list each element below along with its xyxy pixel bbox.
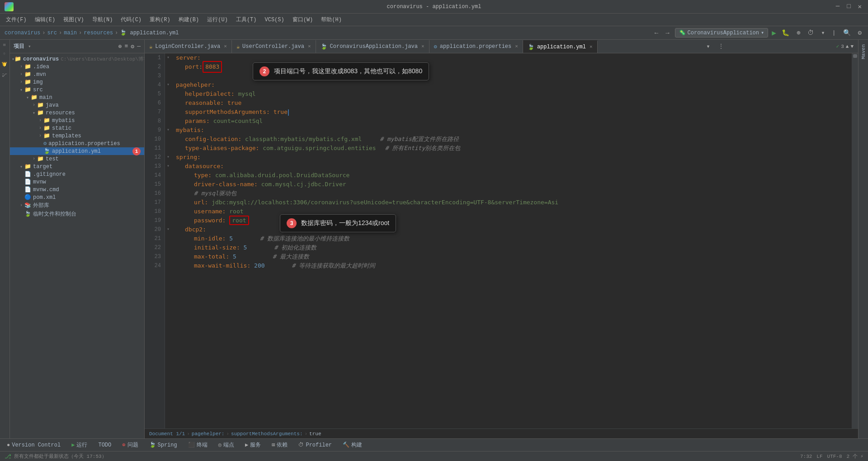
code-password: password: root — [194, 216, 249, 225]
menu-build[interactable]: 构建(B) — [175, 15, 203, 24]
tabs-more[interactable]: ⋮ — [716, 43, 726, 50]
menu-refactor[interactable]: 重构(R) — [146, 15, 174, 24]
menu-vcs[interactable]: VCS(S) — [261, 16, 288, 24]
forward-button[interactable]: → — [664, 28, 671, 38]
tab-app-yml[interactable]: 🍃 application.yml × — [523, 40, 598, 53]
breadcrumb-coronavirus[interactable]: coronavirus — [5, 30, 40, 36]
tab-coronavirus-app[interactable]: 🍃 CoronavirusApplication.java × — [316, 40, 429, 53]
menu-code[interactable]: 代码(C) — [117, 15, 145, 24]
bookmarks-icon[interactable]: ☆ — [2, 52, 7, 56]
settings-button[interactable]: ⚙ — [856, 28, 863, 38]
tab-aprop-close[interactable]: × — [515, 44, 518, 49]
tab-services[interactable]: ▶ 服务 — [241, 439, 265, 451]
tab-login-close[interactable]: × — [224, 44, 227, 49]
tree-mvnw[interactable]: › 📄 mvnw — [10, 178, 144, 186]
notifications-icon[interactable]: 🔔 — [2, 62, 7, 67]
tab-todo[interactable]: TODO — [94, 439, 116, 451]
tree-temp-files[interactable]: › 🍃 临时文件和控制台 — [10, 210, 144, 218]
status-lf[interactable]: LF — [816, 454, 822, 459]
tree-resources[interactable]: ▾ 📁 resources — [10, 109, 144, 117]
status-encoding[interactable]: UTF-8 — [827, 454, 842, 459]
tree-idea[interactable]: › 📁 .idea — [10, 63, 144, 71]
tree-templates[interactable]: › 📁 templates — [10, 132, 144, 140]
tab-problems[interactable]: ⊕ 问题 — [118, 439, 142, 451]
tree-pom[interactable]: › 🔵 pom.xml — [10, 193, 144, 201]
breadcrumb-file[interactable]: 🍃 application.yml — [120, 29, 179, 36]
tree-external-libs[interactable]: › 📚 外部库 — [10, 201, 144, 210]
tree-test[interactable]: › 📁 test — [10, 155, 144, 163]
fold-20[interactable]: ▾ — [165, 225, 171, 234]
sidebar-settings-icon[interactable]: ⚙ — [131, 43, 134, 50]
git-icon[interactable]: ⎇ — [2, 73, 7, 78]
menu-navigate[interactable]: 导航(N) — [89, 15, 117, 24]
tab-user-close[interactable]: × — [308, 44, 311, 49]
tree-root[interactable]: ▾ 📁 coronavirus C:\Users\Eastward\Deskto… — [10, 55, 144, 63]
collapse-all-icon[interactable]: ≡ — [125, 43, 128, 50]
code-line-14: type: com.alibaba.druid.pool.DruidDataSo… — [176, 171, 847, 180]
maximize-button[interactable]: □ — [845, 3, 852, 10]
search-button[interactable]: 🔍 — [841, 28, 853, 38]
tab-ayml-close[interactable]: × — [590, 44, 593, 50]
tabs-dropdown[interactable]: ▾ — [703, 42, 713, 50]
fold-13[interactable]: ▾ — [165, 162, 171, 171]
profile-button[interactable]: ⏱ — [806, 28, 816, 38]
tab-run[interactable]: ▶ 运行 — [67, 439, 92, 451]
fold-12[interactable]: ▾ — [165, 153, 171, 162]
back-button[interactable]: ← — [653, 28, 660, 38]
tab-login-controller[interactable]: ☕ LoginController.java × — [145, 40, 232, 53]
tree-img[interactable]: › 📁 img — [10, 78, 144, 86]
tab-profiler[interactable]: ⏱ Profiler — [294, 439, 336, 451]
scrollbar-thumb[interactable] — [853, 54, 857, 58]
maven-panel-label[interactable]: Maven — [861, 44, 866, 59]
menu-edit[interactable]: 编辑(E) — [31, 15, 59, 24]
debug-button[interactable]: 🐛 — [780, 28, 791, 38]
breadcrumb-resources[interactable]: resources — [84, 30, 113, 36]
menu-run[interactable]: 运行(U) — [203, 15, 231, 24]
tree-app-yml[interactable]: › 🍃 application.yml 1 — [10, 147, 144, 155]
tab-capp-close[interactable]: × — [421, 44, 425, 49]
tab-version-control[interactable]: ● Version Control — [2, 439, 65, 451]
maven-panel[interactable]: Maven — [858, 40, 868, 438]
tree-mvnw-cmd[interactable]: › 📄 mvnw.cmd — [10, 186, 144, 193]
error-nav-down[interactable]: ▼ — [850, 44, 854, 49]
close-button[interactable]: ✕ — [856, 3, 863, 10]
run-button[interactable]: ▶ — [772, 28, 776, 38]
error-nav-up[interactable]: ▲ — [846, 44, 849, 49]
tab-app-properties[interactable]: ⚙ application.properties × — [429, 40, 523, 53]
structure-panel-icon[interactable]: ≡ — [2, 43, 7, 46]
tree-mvn[interactable]: › 📁 .mvn — [10, 71, 144, 78]
tree-java[interactable]: › 📁 java — [10, 101, 144, 109]
close-sidebar-icon[interactable]: — — [137, 43, 141, 50]
tree-main[interactable]: ▾ 📁 main — [10, 94, 144, 101]
coverage-button[interactable]: ⊕ — [795, 28, 802, 38]
fold-1[interactable]: ▾ — [165, 53, 171, 62]
tree-gitignore[interactable]: › 📄 .gitignore — [10, 170, 144, 178]
menu-window[interactable]: 窗口(W) — [289, 15, 317, 24]
tree-mybatis[interactable]: › 📁 mybatis — [10, 117, 144, 124]
tab-user-controller[interactable]: ☕ UserController.java × — [232, 40, 316, 53]
tree-target[interactable]: ▾ 📁 target — [10, 163, 144, 170]
tab-spring[interactable]: 🍃 Spring — [145, 439, 182, 451]
fold-9[interactable]: ▾ — [165, 126, 171, 135]
sidebar-dropdown-icon[interactable]: ▾ — [28, 43, 31, 49]
menu-file[interactable]: 文件(F) — [2, 15, 30, 24]
run-config-selector[interactable]: 🦠 CoronavirusApplication ▾ — [675, 28, 769, 38]
tree-app-properties[interactable]: › ⚙ application.properties — [10, 140, 144, 147]
code-editor[interactable]: server: port: 8083 pagehelper: helperDia… — [171, 53, 852, 428]
locate-file-icon[interactable]: ⊕ — [118, 43, 122, 50]
minimize-button[interactable]: ─ — [834, 3, 841, 10]
tab-endpoints[interactable]: ◎ 端点 — [214, 439, 239, 451]
fold-4[interactable]: ▾ — [165, 80, 171, 89]
tree-static[interactable]: › 📁 static — [10, 124, 144, 132]
breadcrumb-main[interactable]: main — [64, 30, 77, 36]
tab-dependencies[interactable]: ⊞ 依赖 — [267, 439, 292, 451]
menu-help[interactable]: 帮助(H) — [317, 15, 345, 24]
tree-src[interactable]: ▾ 📁 src — [10, 86, 144, 94]
tab-build[interactable]: 🔨 构建 — [338, 439, 367, 451]
menu-tools[interactable]: 工具(T) — [232, 15, 260, 24]
menu-view[interactable]: 视图(V) — [60, 15, 88, 24]
more-run-options[interactable]: ▾ — [819, 28, 826, 38]
status-position[interactable]: 7:32 — [800, 454, 812, 459]
tab-terminal[interactable]: ⬛ 终端 — [184, 439, 212, 451]
breadcrumb-src[interactable]: src — [47, 30, 57, 36]
